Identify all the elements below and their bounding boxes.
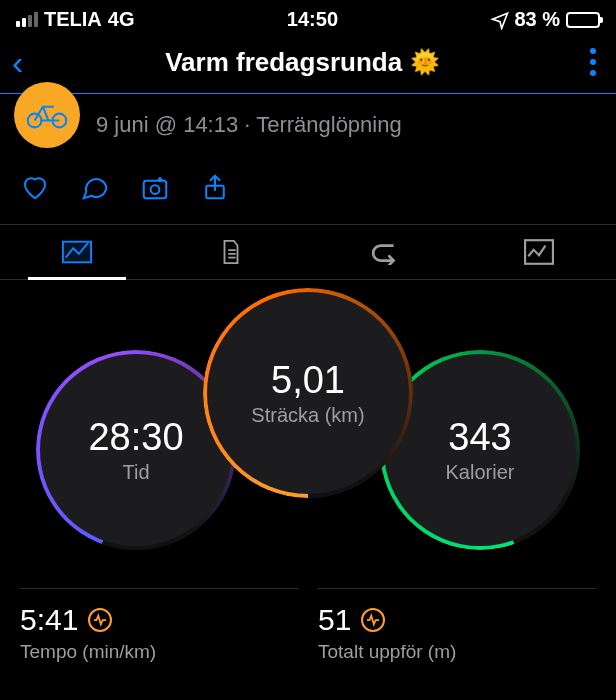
tab-overview[interactable] xyxy=(0,225,154,279)
stat-ascent[interactable]: 51 Totalt uppför (m) xyxy=(318,588,596,663)
ascent-value: 51 xyxy=(318,603,351,637)
distance-label: Sträcka (km) xyxy=(251,404,364,427)
calories-value: 343 xyxy=(448,416,511,459)
activity-meta: 9 juni @ 14:13 · Terränglöpning xyxy=(96,112,402,138)
sun-icon: 🌞 xyxy=(410,48,440,76)
battery-pct: 83 % xyxy=(514,8,560,31)
svg-rect-2 xyxy=(144,181,167,199)
time-value: 28:30 xyxy=(88,416,183,459)
tab-laps[interactable] xyxy=(308,225,462,279)
activity-header: 9 juni @ 14:13 · Terränglöpning xyxy=(0,94,616,172)
battery-icon xyxy=(566,12,600,28)
status-time: 14:50 xyxy=(287,8,338,31)
status-left: TELIA 4G xyxy=(16,8,134,31)
svg-rect-6 xyxy=(525,240,553,264)
stat-pace[interactable]: 5:41 Tempo (min/km) xyxy=(20,588,298,663)
add-photo-button[interactable] xyxy=(140,172,170,206)
time-label: Tid xyxy=(122,461,149,484)
comment-button[interactable] xyxy=(80,172,110,206)
status-right: 83 % xyxy=(490,8,600,31)
action-row xyxy=(0,172,616,224)
calories-label: Kalorier xyxy=(446,461,515,484)
share-button[interactable] xyxy=(200,172,230,206)
svg-point-3 xyxy=(151,185,160,194)
stats-row: 5:41 Tempo (min/km) 51 Totalt uppför (m) xyxy=(0,578,616,663)
nav-header: ‹ Varm fredagsrunda 🌞 xyxy=(0,35,616,93)
status-bar: TELIA 4G 14:50 83 % xyxy=(0,0,616,35)
more-button[interactable] xyxy=(582,48,604,76)
bicycle-icon xyxy=(25,93,69,137)
pace-value: 5:41 xyxy=(20,603,78,637)
ascent-label: Totalt uppför (m) xyxy=(318,641,596,663)
pace-label: Tempo (min/km) xyxy=(20,641,298,663)
page-title: Varm fredagsrunda xyxy=(165,47,402,78)
ring-distance[interactable]: 5,01 Sträcka (km) xyxy=(203,288,413,498)
tab-notes[interactable] xyxy=(154,225,308,279)
pulse-icon xyxy=(361,608,385,632)
like-button[interactable] xyxy=(20,172,50,206)
tab-charts[interactable] xyxy=(462,225,616,279)
signal-icon xyxy=(16,12,38,27)
network-label: 4G xyxy=(108,8,135,31)
carrier-label: TELIA xyxy=(44,8,102,31)
distance-value: 5,01 xyxy=(271,359,345,402)
location-icon xyxy=(490,10,510,30)
pulse-icon xyxy=(88,608,112,632)
summary-rings: 28:30 Tid 5,01 Sträcka (km) 343 Kalorier xyxy=(0,288,616,578)
detail-tabs xyxy=(0,224,616,280)
back-button[interactable]: ‹ xyxy=(12,45,23,79)
